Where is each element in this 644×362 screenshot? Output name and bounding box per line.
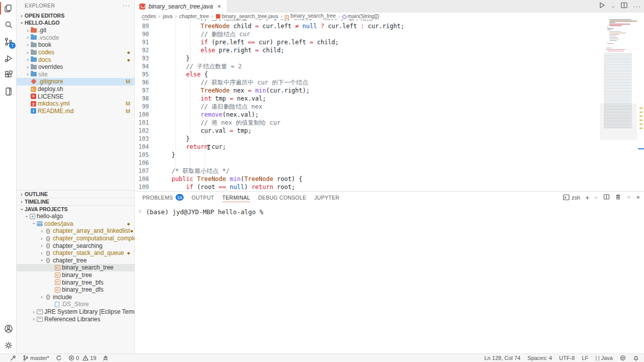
code-line[interactable]: 90 // 删除结点 cur [135, 30, 644, 38]
tab-binary-search-tree[interactable]: binary_search_tree.java × [135, 0, 227, 13]
code-line[interactable]: 96 // 获取中序遍历中 cur 的下一个结点 [135, 78, 644, 86]
file-row[interactable]: ›book [17, 41, 134, 49]
close-panel-icon[interactable]: × [636, 194, 640, 201]
encoding-indicator[interactable]: UTF-8 [559, 355, 575, 361]
code-line[interactable]: 109 if (root == null) return root; [135, 183, 644, 191]
notifications-bell-icon[interactable] [633, 355, 639, 361]
code-line[interactable]: 98 int tmp = nex.val; [135, 95, 644, 103]
file-row[interactable]: ›codes● [17, 49, 134, 56]
panel-tab-problems[interactable]: PROBLEMS19 [142, 192, 184, 203]
code-line[interactable]: 106 [135, 159, 644, 167]
explorer-icon[interactable] [0, 0, 17, 17]
code-line[interactable]: 94 // 子结点数量 = 2 [135, 62, 644, 70]
split-terminal-icon[interactable] [603, 194, 610, 201]
root-folder-section[interactable]: ›HELLO-ALGO [17, 19, 134, 26]
code-line[interactable]: 100 remove(nex.val); [135, 111, 644, 119]
breadcrumb-item[interactable]: binary_search_tree.java [216, 13, 278, 19]
open-editors-section[interactable]: ›OPEN EDITORS [17, 12, 134, 19]
more-actions-icon[interactable]: ··· [633, 3, 641, 10]
code-line[interactable]: 92 else pre.right = child; [135, 46, 644, 54]
run-debug-icon[interactable] [0, 50, 17, 66]
file-row[interactable]: ©LICENSE [17, 93, 134, 100]
java-tree-row[interactable]: ›{}chapter_stack_and_queue● [17, 249, 134, 257]
breadcrumb-item[interactable]: main(String[]) [343, 13, 379, 19]
java-tree-row[interactable]: ›Referenced Libraries [17, 315, 134, 323]
terminal-dropdown-icon[interactable] [594, 195, 598, 201]
new-terminal-icon[interactable]: + [585, 194, 589, 202]
run-file-button[interactable] [598, 2, 606, 11]
java-tree-row[interactable]: ›{}chapter_computational_complexity● [17, 235, 134, 242]
java-tree-row[interactable]: ›JRE System Library [Eclipse Temurin 17 … [17, 308, 134, 316]
language-mode-indicator[interactable]: { } Java [595, 355, 613, 361]
split-editor-icon[interactable] [620, 2, 628, 11]
code-line[interactable]: 97 TreeNode nex = min(cur.right); [135, 86, 644, 95]
file-row[interactable]: >_deploy.sh [17, 85, 134, 93]
breadcrumb-item[interactable]: codes [142, 13, 156, 19]
java-build-status[interactable] [10, 355, 16, 361]
java-tree-row[interactable]: Cbinary_tree_dfs [17, 286, 134, 294]
code-line[interactable]: 93 } [135, 54, 644, 62]
minimap-slider[interactable] [600, 104, 637, 140]
explorer-more-actions[interactable]: ··· [123, 2, 130, 9]
panel-tab-jupyter[interactable]: JUPYTER [314, 192, 340, 203]
code-line[interactable]: 104 return cur; [135, 143, 644, 151]
timeline-section[interactable]: ›TIMELINE [17, 198, 134, 205]
file-row[interactable]: ›.vscode [17, 34, 134, 42]
file-row[interactable]: ›.git [17, 27, 134, 34]
java-tree-row[interactable]: Cbinary_tree [17, 272, 134, 279]
code-line[interactable]: 99 // 递归删除结点 nex [135, 103, 644, 111]
file-row[interactable]: .gitignoreM [17, 78, 134, 85]
java-tree-row[interactable]: ›{}chapter_array_and_linkedlist● [17, 227, 134, 235]
minimap[interactable] [600, 19, 637, 170]
java-tree-row[interactable]: .DS_Store [17, 301, 134, 308]
code-line[interactable]: 107 /* 获取最小结点 */ [135, 167, 644, 175]
file-row[interactable]: ›site [17, 71, 134, 78]
code-line[interactable]: 108 public TreeNode min(TreeNode root) { [135, 175, 644, 183]
outline-section[interactable]: ›OUTLINE [17, 190, 134, 198]
extensions-icon[interactable] [0, 66, 17, 83]
panel-tab-terminal[interactable]: TERMINAL [222, 192, 251, 203]
file-row[interactable]: iREADME.mdM [17, 108, 134, 115]
java-ready-rocket-status[interactable] [103, 355, 109, 361]
eol-indicator[interactable]: LF [582, 355, 588, 361]
file-row[interactable]: ›overrides [17, 63, 134, 71]
java-tree-row[interactable]: ›{}include [17, 294, 134, 301]
java-tree-row[interactable]: Cbinary_tree_bfs [17, 279, 134, 286]
java-tree-row[interactable]: ›codes/java● [17, 220, 134, 228]
source-control-icon[interactable]: 7 [0, 33, 17, 50]
file-row[interactable]: ›docs● [17, 56, 134, 63]
tab-close-icon[interactable]: × [216, 3, 222, 10]
account-icon[interactable] [0, 320, 17, 337]
breadcrumb-item[interactable]: chapter_tree [179, 13, 209, 19]
shell-selector[interactable]: zsh [563, 194, 580, 201]
code-area[interactable]: 88 // 当子结点数量 = 0 / 1 时, child = null / 该… [135, 19, 644, 191]
java-tree-row[interactable]: ›{}chapter_tree [17, 257, 134, 264]
code-line[interactable]: 95 else { [135, 70, 644, 78]
code-line[interactable]: 91 if (pre.left == cur) pre.left = child… [135, 38, 644, 46]
java-tree-row[interactable]: Cbinary_search_tree [17, 264, 134, 272]
panel-tab-output[interactable]: OUTPUT [192, 192, 214, 203]
kill-terminal-icon[interactable] [615, 194, 621, 201]
code-line[interactable]: 102 cur.val = tmp; [135, 127, 644, 135]
code-line[interactable]: 101 // 将 nex 的值复制给 cur [135, 119, 644, 127]
run-dropdown-icon[interactable] [611, 2, 615, 11]
java-tree-row[interactable]: ›{}chapter_searching [17, 242, 134, 249]
java-projects-section[interactable]: ›JAVA PROJECTS [17, 205, 134, 213]
line-col-indicator[interactable]: Ln 128, Col 74 [485, 355, 521, 361]
breadcrumb-item[interactable]: java [163, 13, 173, 19]
git-branch-status[interactable]: master* [23, 355, 49, 361]
code-line[interactable]: 103 } [135, 135, 644, 143]
code-line[interactable]: 89 TreeNode child = cur.left ≠ null ? cu… [135, 22, 644, 30]
problems-status[interactable]: 0 19 [68, 355, 96, 361]
notebook-icon[interactable] [0, 83, 17, 100]
feedback-smiley-icon[interactable] [620, 355, 626, 361]
breadcrumb-item[interactable]: Cbinary_search_tree [285, 13, 336, 19]
panel-tab-debug-console[interactable]: DEBUG CONSOLE [258, 192, 306, 203]
code-line[interactable]: 105 } [135, 151, 644, 159]
java-tree-row[interactable]: ›hello-algo [17, 213, 134, 220]
sync-changes-button[interactable] [56, 355, 62, 361]
file-row[interactable]: ymkdocs.ymlM [17, 100, 134, 108]
indentation-indicator[interactable]: Spaces: 4 [527, 355, 552, 361]
terminal[interactable]: (base) jyd@JYD-MBP hello-algo % [135, 203, 644, 353]
search-icon[interactable] [0, 17, 17, 33]
